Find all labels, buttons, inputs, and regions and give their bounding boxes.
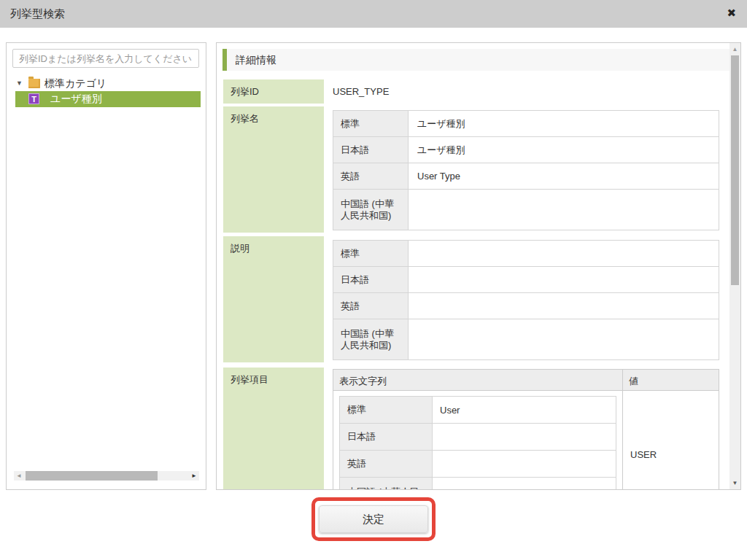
- lang-label: 英語: [333, 163, 409, 190]
- scroll-down-icon[interactable]: ▼: [729, 480, 740, 486]
- enum-name-table: 標準 ユーザ種別 日本語 ユーザ種別 英語 User Type 中国語 (中華人…: [333, 110, 719, 230]
- lang-value: [433, 424, 616, 451]
- enum-id-value: USER_TYPE: [333, 79, 389, 104]
- table-row: 日本語: [333, 267, 719, 293]
- lang-value: User Type: [409, 163, 719, 190]
- accent-bar: [222, 49, 227, 71]
- table-row: 標準 User: [340, 397, 616, 424]
- table-row: 英語: [333, 293, 719, 319]
- description-table: 標準 日本語 英語 中国語 (中華人民共和国): [333, 240, 719, 360]
- scroll-up-icon[interactable]: ▲: [729, 46, 740, 52]
- field-label-enum-items: 列挙項目: [223, 368, 324, 490]
- lang-label: 中国語 (中華人民共和国): [333, 190, 409, 230]
- lang-value: [409, 241, 719, 267]
- horizontal-scrollbar[interactable]: ◄ ►: [14, 471, 199, 481]
- table-row: 標準 ユーザ種別: [333, 111, 719, 137]
- lang-value: [433, 451, 616, 478]
- table-row: 日本語: [340, 424, 616, 451]
- enum-items-body: 標準 User 日本語 英語 中国語 (中華人民共和国) USER: [333, 391, 719, 490]
- folder-icon: [28, 79, 40, 88]
- field-label-enum-id: 列挙ID: [223, 79, 324, 104]
- lang-label: 標準: [333, 111, 409, 137]
- tree-node-label: ユーザ種別: [50, 93, 102, 106]
- detail-panel: 詳細情報 列挙ID USER_TYPE 列挙名 標準 ユーザ種別 日本語 ユーザ…: [216, 42, 741, 490]
- enum-items-header: 表示文字列 値: [333, 369, 719, 391]
- vertical-scrollbar[interactable]: ▲ ▼: [729, 43, 740, 489]
- lang-value: User: [433, 397, 616, 424]
- lang-value: ユーザ種別: [409, 137, 719, 163]
- horizontal-scrollbar-thumb[interactable]: [26, 471, 158, 481]
- enum-item-display-table: 標準 User 日本語 英語 中国語 (中華人民共和国): [339, 396, 616, 490]
- table-row: 標準: [333, 241, 719, 267]
- tree-node-enum-selected[interactable]: T ユーザ種別: [15, 91, 201, 107]
- category-tree-panel: ▼ 標準カテゴリ T ユーザ種別 ◄ ►: [6, 42, 206, 490]
- table-row: 英語: [340, 451, 616, 478]
- close-icon[interactable]: ✖: [727, 7, 736, 20]
- lang-label: 日本語: [340, 424, 433, 451]
- lang-value: ユーザ種別: [409, 111, 719, 137]
- dialog-title: 列挙型検索: [10, 7, 65, 21]
- tree-node-category[interactable]: ▼ 標準カテゴリ: [7, 77, 206, 92]
- column-header-value: 値: [629, 375, 638, 388]
- enum-item-value: USER: [630, 449, 657, 460]
- scroll-right-icon[interactable]: ►: [189, 471, 199, 481]
- annotation-highlight: 決定: [311, 497, 436, 541]
- lang-label: 標準: [340, 397, 433, 424]
- vertical-scrollbar-thumb[interactable]: [731, 55, 739, 285]
- lang-label: 標準: [333, 241, 409, 267]
- lang-value: [433, 478, 616, 491]
- lang-label: 中国語 (中華人民共和国): [340, 478, 433, 491]
- column-divider: [622, 391, 623, 490]
- field-label-enum-name: 列挙名: [223, 106, 324, 233]
- table-row: 中国語 (中華人民共和国): [340, 478, 616, 491]
- lang-label: 英語: [333, 293, 409, 319]
- table-row: 英語 User Type: [333, 163, 719, 190]
- lang-label: 中国語 (中華人民共和国): [333, 319, 409, 360]
- lang-value: [409, 293, 719, 319]
- tree-node-label: 標準カテゴリ: [44, 77, 107, 90]
- column-header-display: 表示文字列: [339, 375, 387, 388]
- confirm-button[interactable]: 決定: [319, 505, 428, 533]
- lang-value: [409, 319, 719, 360]
- lang-value: [409, 267, 719, 293]
- table-row: 日本語 ユーザ種別: [333, 137, 719, 163]
- table-row: 中国語 (中華人民共和国): [333, 190, 719, 230]
- lang-value: [409, 190, 719, 230]
- table-row: 中国語 (中華人民共和国): [333, 319, 719, 360]
- chevron-down-icon[interactable]: ▼: [16, 79, 23, 87]
- lang-label: 英語: [340, 451, 433, 478]
- lang-label: 日本語: [333, 267, 409, 293]
- detail-header: 詳細情報: [222, 49, 735, 71]
- detail-header-title: 詳細情報: [236, 54, 276, 67]
- dialog-titlebar: 列挙型検索 ✖: [0, 0, 747, 28]
- lang-label: 日本語: [333, 137, 409, 163]
- type-icon: T: [28, 93, 39, 104]
- scroll-left-icon[interactable]: ◄: [14, 471, 24, 481]
- field-label-description: 説明: [223, 236, 324, 362]
- search-input[interactable]: [12, 49, 199, 68]
